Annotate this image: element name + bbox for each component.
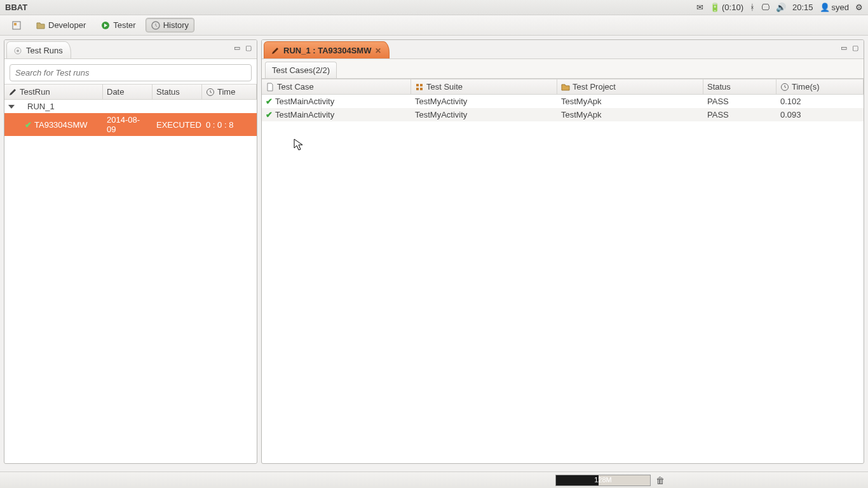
check-icon: ✔ xyxy=(25,120,32,130)
test-cases-panel: RUN_1 : TA93304SMW ✕ ▭ ▢ Test Cases(2/2)… xyxy=(261,39,864,464)
svg-rect-10 xyxy=(420,88,423,90)
search-container xyxy=(10,64,252,81)
run-detail-tab[interactable]: RUN_1 : TA93304SMW ✕ xyxy=(264,41,390,58)
network-icon[interactable]: 🖵 xyxy=(761,3,770,12)
window-icon xyxy=(12,21,21,30)
maximize-button[interactable]: ▢ xyxy=(244,43,253,52)
right-tabbar: RUN_1 : TA93304SMW ✕ ▭ ▢ xyxy=(262,40,864,59)
maximize-button[interactable]: ▢ xyxy=(851,43,860,52)
table-row[interactable]: ✔ TestMainActivity TestMyActivity TestMy… xyxy=(262,108,864,121)
col-status[interactable]: Status xyxy=(703,79,776,94)
play-icon xyxy=(101,21,110,30)
bluetooth-icon[interactable]: ᚼ xyxy=(750,3,755,12)
battery-indicator[interactable]: 🔋(0:10) xyxy=(710,3,743,12)
clock[interactable]: 20:15 xyxy=(792,3,813,12)
memory-bar: 128M xyxy=(555,475,651,486)
col-testsuite[interactable]: Test Suite xyxy=(411,79,557,94)
system-tray: ✉ 🔋(0:10) ᚼ 🖵 🔊 20:15 👤 syed ⚙ xyxy=(696,3,863,12)
gear-small-icon xyxy=(13,46,22,55)
grid-body: ✔ TestMainActivity TestMyActivity TestMy… xyxy=(262,95,864,121)
gear-icon[interactable]: ⚙ xyxy=(855,3,863,12)
user-menu[interactable]: 👤 syed xyxy=(820,3,849,12)
tester-label: Tester xyxy=(113,20,135,30)
clock-icon xyxy=(780,83,789,92)
status-bar: 128M 🗑 xyxy=(0,471,868,488)
svg-rect-9 xyxy=(416,88,419,90)
developer-perspective-button[interactable]: Developer xyxy=(31,18,92,32)
test-cases-subtab[interactable]: Test Cases(2/2) xyxy=(265,62,337,78)
history-label: History xyxy=(163,20,189,30)
tester-perspective-button[interactable]: Tester xyxy=(95,18,141,32)
col-testrun[interactable]: TestRun xyxy=(4,85,103,99)
tree-header: TestRun Date Status Time xyxy=(4,84,257,100)
developer-label: Developer xyxy=(48,20,86,30)
pencil-icon xyxy=(271,46,280,55)
expand-icon[interactable] xyxy=(8,105,15,109)
grid-header: Test Case Test Suite Test Project Status… xyxy=(262,79,864,95)
left-tabbar: Test Runs ▭ ▢ xyxy=(4,40,257,59)
volume-icon[interactable]: 🔊 xyxy=(776,3,786,12)
check-icon: ✔ xyxy=(266,97,273,106)
close-tab-button[interactable]: ✕ xyxy=(375,46,381,55)
tree-body: RUN_1 ✔ TA93304SMW 2014-08-09 EXECUTED 0… xyxy=(4,100,257,136)
folder-icon xyxy=(561,83,570,92)
history-icon xyxy=(151,21,160,30)
svg-rect-1 xyxy=(14,23,17,25)
grid-icon xyxy=(415,83,424,92)
col-status[interactable]: Status xyxy=(153,85,202,99)
minimize-button[interactable]: ▭ xyxy=(233,43,241,52)
sub-tab-row: Test Cases(2/2) xyxy=(262,59,864,79)
history-perspective-button[interactable]: History xyxy=(146,18,194,32)
workspace: Test Runs ▭ ▢ TestRun Date Status Time xyxy=(0,36,868,468)
open-perspective-button[interactable] xyxy=(6,18,27,32)
tree-child-row[interactable]: ✔ TA93304SMW 2014-08-09 EXECUTED 0 : 0 :… xyxy=(4,113,257,136)
trash-icon[interactable]: 🗑 xyxy=(656,475,665,485)
mail-icon[interactable]: ✉ xyxy=(696,3,703,12)
test-runs-tab[interactable]: Test Runs xyxy=(6,41,71,58)
test-runs-tab-label: Test Runs xyxy=(26,46,63,55)
memory-text: 128M xyxy=(556,476,650,484)
svg-point-5 xyxy=(17,50,19,52)
search-input[interactable] xyxy=(10,64,252,81)
file-icon xyxy=(266,83,275,92)
folder-icon xyxy=(36,21,45,30)
minimize-button[interactable]: ▭ xyxy=(839,43,848,52)
memory-indicator[interactable]: 128M 🗑 xyxy=(555,475,665,486)
test-runs-panel: Test Runs ▭ ▢ TestRun Date Status Time xyxy=(4,39,257,464)
perspective-toolbar: Developer Tester History xyxy=(0,15,868,36)
col-testcase[interactable]: Test Case xyxy=(262,79,411,94)
col-time[interactable]: Time xyxy=(202,85,257,99)
run-detail-tab-label: RUN_1 : TA93304SMW xyxy=(283,46,371,55)
col-testproject[interactable]: Test Project xyxy=(557,79,703,94)
col-date[interactable]: Date xyxy=(103,85,153,99)
svg-rect-7 xyxy=(416,84,419,86)
pencil-icon xyxy=(8,88,17,97)
svg-rect-8 xyxy=(420,84,423,86)
tree-parent-row[interactable]: RUN_1 xyxy=(4,100,257,113)
clock-icon xyxy=(206,88,215,97)
system-menubar: BBAT ✉ 🔋(0:10) ᚼ 🖵 🔊 20:15 👤 syed ⚙ xyxy=(0,0,868,15)
check-icon: ✔ xyxy=(266,110,273,119)
app-title: BBAT xyxy=(5,3,696,12)
table-row[interactable]: ✔ TestMainActivity TestMyActivity TestMy… xyxy=(262,95,864,108)
col-time[interactable]: Time(s) xyxy=(776,79,864,94)
